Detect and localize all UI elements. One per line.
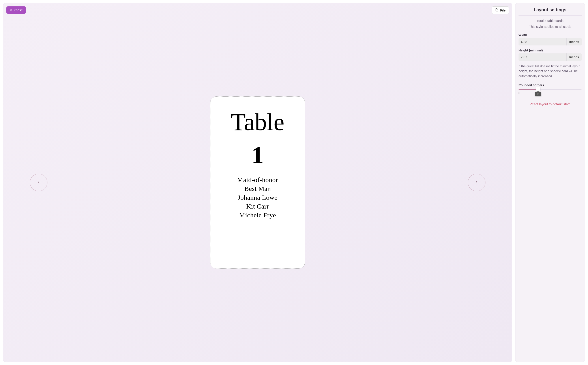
corners-slider[interactable]: 0 31 — [519, 89, 581, 90]
height-unit-select[interactable]: Inches — [566, 53, 581, 61]
slider-min-label: 0 — [519, 91, 520, 95]
width-label: Width — [519, 33, 581, 37]
height-label: Height (minimal) — [519, 49, 581, 52]
width-unit-select[interactable]: Inches — [566, 38, 581, 45]
guest-name: Best Man — [244, 185, 271, 192]
width-field-row: Inches — [519, 38, 581, 45]
preview-area: Table 1 Maid-of-honor Best Man Johanna L… — [3, 3, 512, 362]
guest-list: Maid-of-honor Best Man Johanna Lowe Kit … — [237, 176, 278, 219]
total-cards-text: Total 4 table cards — [519, 19, 581, 22]
width-input[interactable] — [519, 38, 566, 45]
slider-track — [519, 89, 581, 90]
guest-name: Maid-of-honor — [237, 176, 278, 184]
guest-name: Michele Frye — [239, 211, 276, 219]
table-card[interactable]: Table 1 Maid-of-honor Best Man Johanna L… — [210, 96, 305, 269]
preview-panel: Close File Table 1 Maid-of-honor — [3, 3, 512, 362]
card-title: Table — [231, 110, 284, 134]
slider-value-tooltip: 31 — [535, 92, 541, 96]
reset-layout-link[interactable]: Reset layout to default state — [519, 102, 581, 106]
slider-fill — [519, 89, 538, 90]
applies-text: This style applies to all cards — [519, 25, 581, 28]
height-field-row: Inches — [519, 53, 581, 61]
corners-label: Rounded corners — [519, 84, 581, 87]
sidebar-title: Layout settings — [519, 7, 581, 16]
height-note: If the guest list doesn't fit the minima… — [519, 64, 581, 78]
guest-name: Johanna Lowe — [238, 194, 277, 201]
layout-settings-panel: Layout settings Total 4 table cards This… — [515, 3, 585, 362]
guest-name: Kit Carr — [246, 203, 269, 210]
card-number: 1 — [252, 143, 264, 167]
divider — [519, 97, 581, 97]
height-input[interactable] — [519, 53, 566, 61]
